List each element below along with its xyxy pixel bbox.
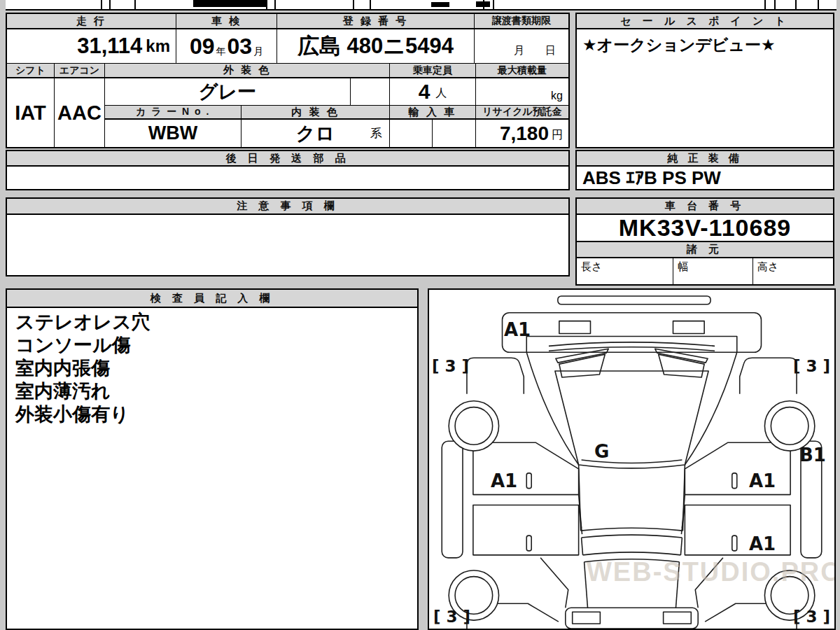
cutoff-text bbox=[476, 1, 490, 7]
damage-diagram-box: WEB-STUDIO.PRO A1 [ 3 ] [ 3 ] G B1 A1 A1… bbox=[428, 288, 836, 630]
import-car-cell-1 bbox=[390, 120, 433, 147]
aircon-value: AAC bbox=[55, 78, 105, 147]
shift-header: シフト bbox=[7, 64, 55, 78]
inspection-header: 車 検 bbox=[176, 14, 277, 29]
registration-header: 登 録 番 号 bbox=[277, 14, 475, 29]
divider bbox=[134, 0, 136, 9]
mileage-value: 31,114 km bbox=[7, 29, 176, 64]
inspector-note-line: 室内内張傷 bbox=[15, 357, 417, 380]
shift-value: IAT bbox=[7, 78, 55, 147]
mileage-header: 走 行 bbox=[7, 14, 176, 29]
divider bbox=[101, 0, 102, 9]
sales-point-header: セ ー ル ス ポ イ ン ト bbox=[577, 14, 833, 29]
main-spec-table: 走 行 車 検 登 録 番 号 譲渡書類期限 31,114 km 09 年 03… bbox=[6, 13, 570, 148]
max-load-value: kg bbox=[476, 78, 568, 106]
divider bbox=[774, 0, 776, 9]
inspection-value: 09 年 03 月 bbox=[176, 29, 277, 64]
exterior-color-extra-cell bbox=[351, 78, 390, 106]
width-cell: 幅 bbox=[673, 258, 753, 284]
interior-color-value: クロ 系 bbox=[241, 120, 390, 147]
transfer-deadline-header: 譲渡書類期限 bbox=[475, 14, 568, 29]
watermark: WEB-STUDIO.PRO bbox=[587, 557, 836, 587]
length-cell: 長さ bbox=[577, 258, 673, 284]
color-no-header: カ ラ ー N o . bbox=[105, 106, 241, 120]
inspector-note-line: 室内薄汚れ bbox=[15, 380, 417, 403]
sales-point-box: セ ー ル ス ポ イ ン ト ★オークションデビュー★ bbox=[575, 13, 834, 148]
inspector-note-line: 外装小傷有り bbox=[15, 403, 417, 426]
tire-grade-front-right: [ 3 ] bbox=[793, 357, 830, 375]
dimensions-header: 諸 元 bbox=[577, 242, 833, 258]
later-parts-box: 後 日 発 送 部 品 bbox=[6, 150, 570, 190]
divider bbox=[764, 0, 766, 9]
sales-point-value: ★オークションデビュー★ bbox=[577, 29, 833, 61]
damage-code-front: A1 bbox=[504, 319, 531, 340]
damage-code-door-left: A1 bbox=[491, 470, 517, 491]
notes-header: 注 意 事 項 欄 bbox=[7, 199, 568, 215]
auction-sheet: { "colors": {"page_bg": "#c9c9c9", "head… bbox=[0, 0, 840, 630]
notes-box: 注 意 事 項 欄 bbox=[6, 197, 570, 276]
later-parts-header: 後 日 発 送 部 品 bbox=[7, 151, 568, 167]
divider bbox=[109, 0, 111, 9]
divider bbox=[818, 0, 819, 9]
height-cell: 高さ bbox=[753, 258, 833, 284]
aircon-header: エアコン bbox=[55, 64, 105, 78]
transfer-deadline-value: 月 日 bbox=[475, 29, 568, 64]
import-car-header: 輸 入 車 bbox=[390, 106, 476, 120]
chassis-value: MK33V-110689 bbox=[577, 215, 833, 242]
cutoff-text bbox=[193, 0, 266, 7]
divider bbox=[370, 0, 371, 9]
equipment-value: ABS ｴｱB PS PW bbox=[577, 167, 833, 189]
tire-grade-front-left: [ 3 ] bbox=[432, 357, 469, 375]
import-car-cell-2 bbox=[433, 120, 476, 147]
recycle-deposit-value: 7,180 円 bbox=[476, 120, 568, 147]
damage-code-door-right-front: A1 bbox=[749, 470, 776, 491]
top-cutoff-strip bbox=[6, 0, 836, 10]
capacity-value: 4 人 bbox=[390, 78, 476, 106]
divider bbox=[795, 0, 797, 9]
inspector-note-line: ステレオレス穴 bbox=[15, 311, 417, 334]
recycle-deposit-header: リサイクル預託金 bbox=[476, 106, 568, 120]
capacity-header: 乗車定員 bbox=[390, 64, 476, 78]
damage-code-glass: G bbox=[594, 441, 609, 462]
inspector-notes: ステレオレス穴 コンソール傷 室内内張傷 室内薄汚れ 外装小傷有り bbox=[7, 308, 417, 426]
max-load-header: 最大積載量 bbox=[476, 64, 568, 78]
inspector-note-line: コンソール傷 bbox=[15, 334, 417, 357]
inspector-box: 検 査 員 記 入 欄 ステレオレス穴 コンソール傷 室内内張傷 室内薄汚れ 外… bbox=[6, 288, 419, 630]
registration-value: 広島 480ニ5494 bbox=[277, 29, 475, 64]
chassis-header: 車 台 番 号 bbox=[577, 199, 833, 215]
notes-value bbox=[7, 215, 568, 275]
divider bbox=[266, 0, 267, 9]
later-parts-value bbox=[7, 167, 568, 189]
divider bbox=[353, 0, 354, 9]
cutoff-text bbox=[431, 2, 449, 7]
tire-grade-rear-left: [ 3 ] bbox=[433, 608, 470, 626]
chassis-box: 車 台 番 号 MK33V-110689 諸 元 長さ 幅 高さ bbox=[575, 197, 834, 286]
equipment-header: 純 正 装 備 bbox=[577, 151, 833, 167]
interior-color-suffix: 系 bbox=[370, 125, 382, 141]
color-no-value: WBW bbox=[105, 120, 241, 147]
divider bbox=[274, 0, 276, 9]
exterior-color-value: グレー bbox=[105, 78, 351, 106]
tire-grade-rear-right: [ 3 ] bbox=[793, 608, 830, 626]
interior-color-header: 内 装 色 bbox=[241, 106, 390, 120]
damage-code-quarter-right: B1 bbox=[799, 444, 826, 465]
damage-code-door-right-rear: A1 bbox=[749, 533, 776, 554]
exterior-color-header: 外 装 色 bbox=[105, 64, 390, 78]
divider bbox=[493, 0, 494, 9]
inspector-header: 検 査 員 記 入 欄 bbox=[7, 290, 417, 308]
equipment-box: 純 正 装 備 ABS ｴｱB PS PW bbox=[575, 150, 834, 190]
